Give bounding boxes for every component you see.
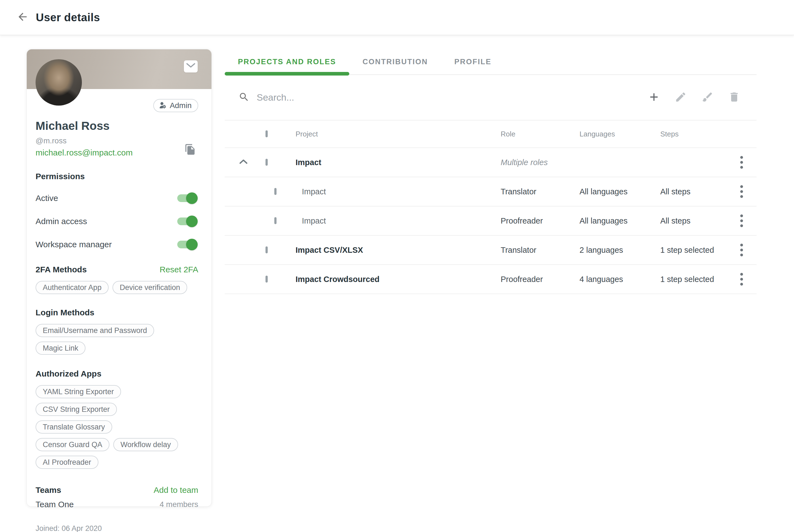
permissions-title: Permissions [36,172,198,181]
authorized-app-chip: CSV String Exporter [36,403,117,416]
add-to-team-link[interactable]: Add to team [154,486,198,495]
role-cell: Proofreader [501,216,580,226]
details-panel: PROJECTS AND ROLESCONTRIBUTIONPROFILE [225,54,757,294]
permission-row: Workspace manager [36,239,198,251]
add-icon [648,91,660,104]
permission-row: Active [36,192,198,204]
row-checkbox[interactable] [274,188,277,195]
table-row: Impact CSV/XLSXTranslator2 languages1 st… [225,236,757,265]
twofa-chip: Authenticator App [36,281,109,294]
edit-button[interactable] [674,91,687,104]
table-row: ImpactTranslatorAll languagesAll steps [225,177,757,207]
twofa-chips: Authenticator AppDevice verification [36,281,198,299]
table-toolbar [225,75,757,120]
row-menu-kebab-icon[interactable] [739,242,745,258]
row-checkbox[interactable] [265,276,268,283]
steps-cell: All steps [660,216,726,226]
table-header-row: Project Role Languages Steps [225,120,757,148]
steps-cell: 1 step selected [660,246,726,255]
role-cell: Translator [501,187,580,196]
login-methods-title: Login Methods [36,308,198,317]
row-checkbox[interactable] [265,246,268,253]
row-menu-kebab-icon[interactable] [739,271,745,287]
avatar [36,59,82,106]
role-cell: Multiple roles [501,158,580,167]
row-menu-kebab-icon[interactable] [739,154,745,170]
project-name: Impact CSV/XLSX [296,246,501,255]
user-meta-line: Joined: 06 Apr 2020 [36,524,198,532]
column-role: Role [501,130,580,138]
user-meta-block: Joined: 06 Apr 2020Last activity: 3 days… [36,524,198,532]
tab-contribution[interactable]: CONTRIBUTION [349,54,441,74]
team-row: Team One 4 members [36,500,198,509]
search-input[interactable] [257,92,505,103]
select-all-checkbox[interactable] [265,130,268,137]
send-email-button[interactable] [184,60,198,73]
edit-icon [675,91,687,104]
copy-button[interactable] [185,144,196,156]
row-checkbox[interactable] [274,217,277,224]
steps-cell: 1 step selected [660,275,726,284]
permissions-list: Active Admin access Workspace manager [36,192,198,251]
user-handle: @m.ross [36,136,198,145]
clean-button[interactable] [701,91,714,104]
user-name: Michael Ross [36,119,198,133]
row-checkbox[interactable] [265,159,268,166]
twofa-chip: Device verification [113,281,187,294]
column-languages: Languages [580,130,660,138]
role-badge: Admin [153,99,198,112]
teams-title: Teams [36,486,61,495]
toggle-admin-access[interactable] [177,217,195,225]
collapse-chevron-up-icon[interactable] [239,158,248,167]
toggle-active[interactable] [177,194,195,202]
table-row: ImpactMultiple roles [225,148,757,177]
arrow-left-icon [17,11,29,24]
languages-cell: All languages [580,187,660,196]
tab-profile[interactable]: PROFILE [441,54,505,74]
add-button[interactable] [648,91,660,104]
authorized-app-chip: Translate Glossary [36,420,112,434]
copy-icon [185,151,196,156]
login-method-chips: Email/Username and PasswordMagic Link [36,324,198,359]
project-name: Impact [296,216,501,226]
login-method-chip: Email/Username and Password [36,324,154,337]
table-row: ImpactProofreaderAll languagesAll steps [225,207,757,236]
authorized-app-chip: Workflow delay [113,438,178,451]
row-menu-kebab-icon[interactable] [739,184,745,200]
team-members-count: 4 members [159,500,198,509]
authorized-app-chip: YAML String Exporter [36,385,121,398]
admin-user-gear-icon [158,101,167,111]
login-method-chip: Magic Link [36,342,86,355]
user-email-link[interactable]: michael.ross@impact.com [36,148,133,157]
authorized-apps-title: Authorized Apps [36,369,198,378]
search-icon [239,92,249,103]
project-name: Impact Crowdsourced [296,275,501,284]
app-bar: User details [0,0,794,35]
permission-label: Admin access [36,217,87,226]
delete-button[interactable] [728,91,740,104]
toggle-knob [186,215,198,227]
authorized-app-chip: Censor Guard QA [36,438,110,451]
authorized-app-chips: YAML String ExporterCSV String ExporterT… [36,385,185,473]
role-badge-label: Admin [170,101,192,110]
table-body: ImpactMultiple rolesImpactTranslatorAll … [225,148,757,294]
toggle-workspace-manager[interactable] [177,241,195,248]
project-name: Impact [296,158,501,167]
page-title: User details [36,11,100,24]
project-name: Impact [296,187,501,196]
table-row: Impact CrowdsourcedProofreader4 language… [225,265,757,294]
steps-cell: All steps [660,187,726,196]
permission-row: Admin access [36,215,198,227]
languages-cell: All languages [580,216,660,226]
tab-projects-and-roles[interactable]: PROJECTS AND ROLES [225,54,349,74]
languages-cell: 4 languages [580,275,660,284]
reset-2fa-link[interactable]: Reset 2FA [159,265,198,274]
back-button[interactable] [14,8,32,26]
toggle-knob [186,239,198,250]
role-cell: Translator [501,246,580,255]
user-card: Admin Michael Ross @m.ross michael.ross@… [26,49,212,507]
column-steps: Steps [660,130,726,138]
twofa-title: 2FA Methods [36,265,87,274]
permission-label: Workspace manager [36,240,112,249]
row-menu-kebab-icon[interactable] [739,213,745,229]
